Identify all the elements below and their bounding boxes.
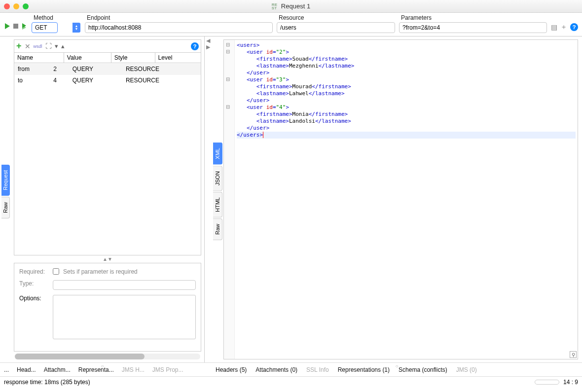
parameters-input[interactable] [399, 22, 547, 33]
required-hint: Sets if parameter is required [63, 268, 138, 275]
xml-view[interactable]: <users> <user id="2"> <firstname>Souad</… [224, 40, 578, 141]
tab-json[interactable]: JSON [213, 166, 222, 191]
mini-scrollbar[interactable] [535, 380, 559, 385]
col-name[interactable]: Name [14, 53, 64, 63]
fold-icon[interactable]: ⊟ [226, 104, 230, 109]
play-icon[interactable] [4, 23, 11, 31]
response-body[interactable]: ⊟⊟⊟⊟ <users> <user id="2"> <firstname>So… [223, 39, 578, 359]
window-title-text: Request 1 [281, 2, 310, 10]
tab-raw-request[interactable]: Raw [1, 197, 10, 218]
cell-level[interactable]: RESOURCE [122, 75, 200, 86]
resource-field: Resource [277, 14, 395, 33]
bottom-tab[interactable]: Representations (1) [338, 366, 390, 373]
bottom-tab[interactable]: Attachments (0) [255, 366, 297, 373]
cell-style[interactable]: QUERY [69, 75, 122, 86]
left-vertical-tabs: Request Raw [0, 36, 11, 362]
cell-value[interactable]: 2 [50, 64, 69, 75]
params-area: from2QUERYRESOURCEto4QUERYRESOURCE [14, 63, 201, 255]
close-window-icon[interactable] [4, 3, 10, 9]
required-checkbox[interactable] [53, 268, 59, 275]
table-row[interactable]: to4QUERYRESOURCE [15, 75, 201, 86]
tab-html[interactable]: HTML [213, 192, 222, 217]
col-style[interactable]: Style [111, 53, 155, 63]
minimize-window-icon[interactable] [13, 3, 19, 9]
fold-icon[interactable]: ⊟ [226, 49, 230, 54]
cell-name[interactable]: from [15, 64, 50, 75]
type-label: Type: [19, 280, 49, 287]
help-icon[interactable]: ? [570, 23, 578, 31]
cell-style[interactable]: QUERY [69, 64, 122, 75]
vertical-resize-handle[interactable]: ▲▼ [14, 255, 201, 263]
col-level[interactable]: Level [155, 53, 201, 63]
splitter[interactable]: ◀ ▶ [205, 36, 212, 362]
titlebar: REST Request 1 [0, 0, 582, 13]
bottom-tab[interactable]: Attachm... [44, 366, 71, 373]
method-select[interactable]: GET [32, 22, 58, 33]
type-input[interactable] [53, 280, 196, 290]
add-icon[interactable]: ＋ [560, 23, 567, 32]
svg-marker-0 [5, 23, 10, 29]
window-controls [4, 3, 29, 9]
endpoint-input[interactable] [85, 22, 273, 33]
add-param-icon[interactable]: + [16, 41, 22, 51]
window-title: REST Request 1 [272, 2, 310, 10]
parameters-field: Parameters [399, 14, 547, 33]
resource-label: Resource [277, 14, 395, 21]
param-toolbar: + ✕ wsdl ⛶ ▾ ▴ ? [14, 39, 201, 52]
resource-input[interactable] [277, 22, 395, 33]
svg-rect-1 [13, 24, 18, 29]
wsdl-icon[interactable]: wsdl [34, 44, 42, 49]
status-text: response time: 18ms (285 bytes) [4, 379, 90, 386]
table-row[interactable]: from2QUERYRESOURCE [15, 64, 201, 75]
right-toolbar: ▤ ＋ ? [551, 23, 578, 33]
reload-icon[interactable] [21, 23, 28, 31]
expand-icon[interactable]: ⛶ [45, 42, 52, 50]
bottom-tab[interactable]: Head... [17, 366, 36, 373]
request-bar: Method GET ▲▼ Endpoint Resource Paramete… [0, 13, 582, 36]
tab-xml[interactable]: XML [213, 143, 222, 165]
zoom-icon[interactable]: ⚲ [570, 351, 577, 358]
tab-request[interactable]: Request [1, 165, 10, 196]
collapse-right-icon[interactable]: ▶ [206, 44, 210, 50]
cell-level[interactable]: RESOURCE [122, 64, 200, 75]
chevron-down-icon[interactable]: ▾ [55, 42, 58, 50]
tab-raw-response[interactable]: Raw [213, 218, 222, 240]
fold-icon[interactable]: ⊟ [226, 76, 230, 82]
param-help-icon[interactable]: ? [191, 42, 199, 50]
collapse-left-icon[interactable]: ◀ [206, 37, 210, 44]
bottom-tab[interactable]: JMS H... [122, 366, 145, 373]
stop-icon[interactable] [13, 23, 19, 31]
grip-icon[interactable]: ○ [395, 363, 398, 369]
response-panel: XML JSON HTML Raw ⊟⊟⊟⊟ <users> <user id=… [212, 36, 582, 362]
parameters-label: Parameters [399, 14, 547, 21]
fold-gutter: ⊟⊟⊟⊟ [224, 40, 235, 359]
options-label: Options: [19, 295, 49, 302]
grip-icon[interactable]: ○ [101, 363, 104, 369]
fold-icon[interactable]: ⊟ [226, 42, 230, 47]
options-textarea[interactable] [53, 295, 196, 339]
bottom-tabs: ○ ...Head...Attachm...Representa...JMS H… [0, 362, 582, 376]
bottom-tab[interactable]: Headers (5) [216, 366, 247, 373]
bottom-tab[interactable]: ... [4, 366, 9, 373]
bottom-tab[interactable]: JMS Prop... [152, 366, 183, 373]
cursor-position: 14 : 9 [563, 379, 578, 386]
chevron-up-icon[interactable]: ▴ [61, 42, 65, 50]
bottom-tab[interactable]: JMS (0) [456, 366, 477, 373]
remove-param-icon[interactable]: ✕ [25, 42, 31, 50]
bottom-tab[interactable]: Schema (conflicts) [399, 366, 447, 373]
config-icon[interactable]: ▤ [551, 23, 557, 31]
cell-value[interactable]: 4 [50, 75, 69, 86]
response-bottom-tabs: ○ Headers (5)Attachments (0)SSL InfoRepr… [212, 366, 582, 373]
params-table: Name Value Style Level [14, 52, 201, 63]
select-arrows-icon: ▲▼ [73, 23, 80, 33]
endpoint-label: Endpoint [85, 14, 273, 21]
maximize-window-icon[interactable] [23, 3, 29, 9]
rest-icon: REST [272, 3, 279, 10]
param-detail-panel: Required: Sets if parameter is required … [14, 263, 201, 352]
bottom-tab[interactable]: Representa... [78, 366, 114, 373]
request-body: + ✕ wsdl ⛶ ▾ ▴ ? Name Value Style Level [11, 36, 204, 362]
col-value[interactable]: Value [64, 53, 111, 63]
cell-name[interactable]: to [15, 75, 50, 86]
bottom-tab[interactable]: SSL Info [306, 366, 329, 373]
horizontal-scrollbar[interactable] [15, 354, 200, 359]
